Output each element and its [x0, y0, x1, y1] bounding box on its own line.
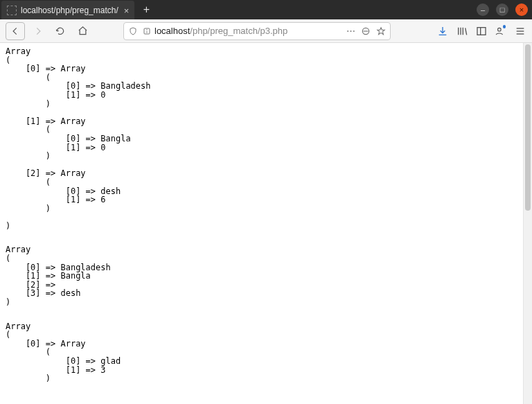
- home-icon: [78, 26, 88, 36]
- notification-dot-icon: [503, 25, 506, 28]
- downloads-button[interactable]: [436, 25, 449, 37]
- window-maximize-button[interactable]: □: [496, 3, 508, 16]
- nav-home-button[interactable]: [73, 22, 91, 40]
- tab-title: localhost/php/preg_match/: [21, 6, 118, 15]
- php-output-block-2: Array ( [0] => Array ( [0] => glad [1] =…: [6, 322, 517, 392]
- nav-reload-button[interactable]: [51, 22, 69, 40]
- window-close-button[interactable]: ×: [515, 3, 528, 16]
- url-path: /php/preg_match/p3.php: [190, 26, 287, 36]
- hamburger-menu-button[interactable]: [514, 25, 526, 37]
- tab-close-button[interactable]: ×: [124, 6, 130, 16]
- sidebar-button[interactable]: [475, 25, 488, 37]
- new-tab-button[interactable]: +: [139, 2, 154, 17]
- shield-icon: [128, 26, 138, 36]
- library-button[interactable]: [456, 25, 468, 37]
- nav-toolbar: localhost/php/preg_match/p3.php ⋯: [0, 19, 532, 43]
- page-viewport: Array ( [0] => Array ( [0] => Bangladesh…: [0, 43, 532, 404]
- arrow-right-icon: [33, 26, 43, 36]
- browser-tab[interactable]: localhost/php/preg_match/ ×: [1, 1, 134, 20]
- vertical-scrollbar[interactable]: [523, 43, 532, 404]
- scrollbar-thumb[interactable]: [525, 44, 531, 211]
- account-button[interactable]: [495, 25, 507, 37]
- page-content: Array ( [0] => Array ( [0] => Bangladesh…: [0, 43, 522, 404]
- url-bar[interactable]: localhost/php/preg_match/p3.php ⋯: [123, 22, 391, 40]
- php-output-block-1: Array ( [0] => Bangladesh [1] => Bangla …: [6, 245, 517, 306]
- ellipsis-icon[interactable]: ⋯: [346, 26, 355, 36]
- reload-icon: [55, 26, 65, 36]
- reader-icon[interactable]: [361, 26, 371, 36]
- url-host: localhost: [154, 26, 190, 36]
- tab-favicon-icon: [7, 6, 17, 15]
- window-titlebar: localhost/php/preg_match/ × + – □ ×: [0, 0, 532, 19]
- window-minimize-button[interactable]: –: [477, 3, 489, 16]
- nav-back-button[interactable]: [6, 22, 25, 40]
- toolbar-right: [436, 25, 526, 37]
- svg-rect-5: [477, 27, 486, 35]
- urlbar-right-icons: ⋯: [346, 26, 386, 36]
- bookmark-star-icon[interactable]: [376, 26, 386, 36]
- svg-point-7: [498, 28, 502, 31]
- info-icon: [142, 26, 152, 36]
- arrow-left-icon: [10, 26, 20, 36]
- php-output-block-0: Array ( [0] => Array ( [0] => Bangladesh…: [6, 47, 517, 230]
- url-text: localhost/php/preg_match/p3.php: [154, 26, 346, 36]
- nav-forward-button: [29, 22, 47, 40]
